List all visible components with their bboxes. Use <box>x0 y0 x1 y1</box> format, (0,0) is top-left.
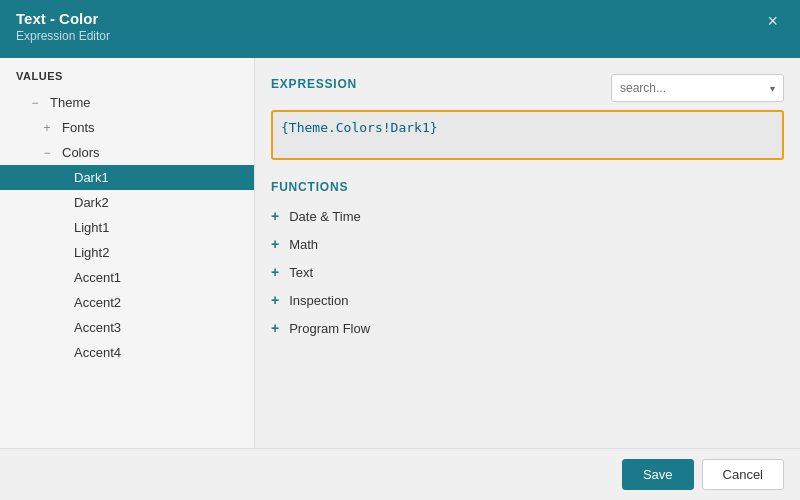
dialog-footer: Save Cancel <box>0 448 800 500</box>
colors-label: Colors <box>62 145 100 160</box>
plus-icon: + <box>271 320 279 336</box>
theme-label: Theme <box>50 95 90 110</box>
functions-list: +Date & Time+Math+Text+Inspection+Progra… <box>271 202 784 342</box>
expression-search-box[interactable]: ▾ <box>611 74 784 102</box>
function-item-program-flow[interactable]: +Program Flow <box>271 314 784 342</box>
function-item-math[interactable]: +Math <box>271 230 784 258</box>
accent1-label: Accent1 <box>74 270 121 285</box>
expression-editor-dialog: Text - Color Expression Editor × VALUES … <box>0 0 800 500</box>
dialog-body: VALUES −Theme+Fonts−ColorsDark1Dark2Ligh… <box>0 58 800 448</box>
function-item-text[interactable]: +Text <box>271 258 784 286</box>
dialog-title-block: Text - Color Expression Editor <box>16 10 110 43</box>
light1-label: Light1 <box>74 220 109 235</box>
sidebar-item-dark1[interactable]: Dark1 <box>0 165 254 190</box>
fonts-label: Fonts <box>62 120 95 135</box>
dialog-subtitle: Expression Editor <box>16 29 110 43</box>
close-button[interactable]: × <box>761 10 784 32</box>
colors-icon: − <box>40 146 54 160</box>
sidebar-item-accent1[interactable]: Accent1 <box>0 265 254 290</box>
sidebar-item-accent3[interactable]: Accent3 <box>0 315 254 340</box>
main-panel: EXPRESSION ▾ {Theme.Colors!Dark1} FUNCTI… <box>255 58 800 448</box>
save-button[interactable]: Save <box>622 459 694 490</box>
cancel-button[interactable]: Cancel <box>702 459 784 490</box>
function-item-inspection[interactable]: +Inspection <box>271 286 784 314</box>
dialog-title: Text - Color <box>16 10 110 27</box>
values-label: VALUES <box>0 70 254 90</box>
sidebar-item-theme[interactable]: −Theme <box>0 90 254 115</box>
function-label-math: Math <box>289 237 318 252</box>
plus-icon: + <box>271 236 279 252</box>
chevron-down-icon: ▾ <box>770 83 775 94</box>
plus-icon: + <box>271 208 279 224</box>
accent4-label: Accent4 <box>74 345 121 360</box>
sidebar-item-fonts[interactable]: +Fonts <box>0 115 254 140</box>
functions-header: FUNCTIONS <box>271 180 784 194</box>
tree-container: −Theme+Fonts−ColorsDark1Dark2Light1Light… <box>0 90 254 365</box>
light2-label: Light2 <box>74 245 109 260</box>
function-label-inspection: Inspection <box>289 293 348 308</box>
expression-textarea[interactable]: {Theme.Colors!Dark1} <box>271 110 784 160</box>
dialog-header: Text - Color Expression Editor × <box>0 0 800 58</box>
sidebar-item-light1[interactable]: Light1 <box>0 215 254 240</box>
dark2-label: Dark2 <box>74 195 109 210</box>
accent2-label: Accent2 <box>74 295 121 310</box>
sidebar: VALUES −Theme+Fonts−ColorsDark1Dark2Ligh… <box>0 58 255 448</box>
sidebar-item-accent2[interactable]: Accent2 <box>0 290 254 315</box>
sidebar-item-light2[interactable]: Light2 <box>0 240 254 265</box>
function-label-text: Text <box>289 265 313 280</box>
accent3-label: Accent3 <box>74 320 121 335</box>
expression-top: EXPRESSION ▾ <box>271 74 784 102</box>
plus-icon: + <box>271 292 279 308</box>
sidebar-item-colors[interactable]: −Colors <box>0 140 254 165</box>
sidebar-item-accent4[interactable]: Accent4 <box>0 340 254 365</box>
plus-icon: + <box>271 264 279 280</box>
expression-header: EXPRESSION <box>271 77 357 91</box>
expression-search-input[interactable] <box>620 81 770 95</box>
theme-icon: − <box>28 96 42 110</box>
function-item-datetime[interactable]: +Date & Time <box>271 202 784 230</box>
function-label-program-flow: Program Flow <box>289 321 370 336</box>
dark1-label: Dark1 <box>74 170 109 185</box>
sidebar-item-dark2[interactable]: Dark2 <box>0 190 254 215</box>
fonts-icon: + <box>40 121 54 135</box>
expression-section: EXPRESSION ▾ {Theme.Colors!Dark1} <box>271 74 784 160</box>
function-label-datetime: Date & Time <box>289 209 361 224</box>
functions-section: FUNCTIONS +Date & Time+Math+Text+Inspect… <box>271 180 784 342</box>
